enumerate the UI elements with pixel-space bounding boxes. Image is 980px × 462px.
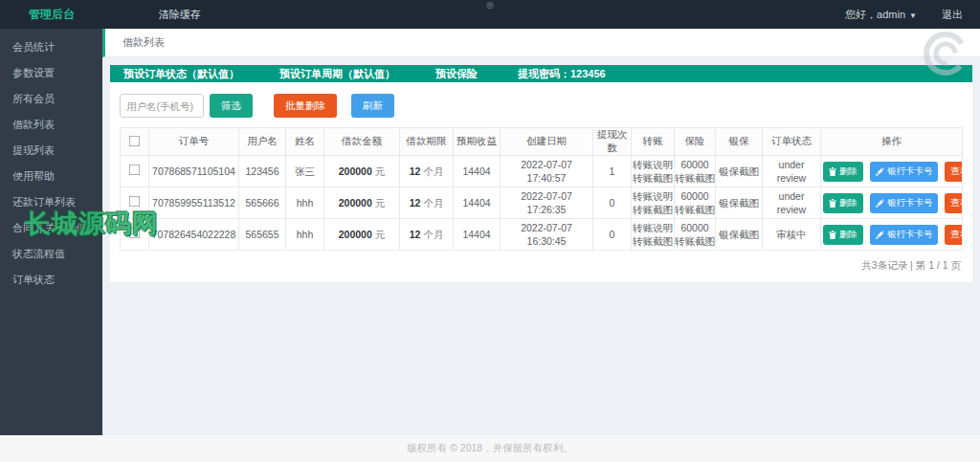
col-period: 借款期限 (400, 128, 454, 156)
admin-app: 管理后台 清除缓存 ◎ 您好，admin▼ 退出 会员统计 参数设置 所有会员 … (0, 0, 980, 462)
cell-bank-guarantee: 银保截图 (716, 187, 763, 219)
delete-button[interactable]: 删除 (823, 193, 863, 213)
cell-bank-guarantee: 银保截图 (716, 219, 763, 251)
sidebar-item-member-stats[interactable]: 会员统计 (0, 34, 102, 60)
topbar: 管理后台 清除缓存 ◎ 您好，admin▼ 退出 (0, 0, 980, 29)
cell-created-at: 2022-07-07 17:40:57 (501, 156, 593, 187)
cell-status: 审核中 (763, 219, 821, 251)
loan-table: 订单号 用户名 姓名 借款金额 借款期限 预期收益 创建日期 提现次数 转账 保… (120, 127, 963, 251)
cell-period: 12 个月 (400, 156, 454, 187)
row-checkbox[interactable] (129, 165, 141, 176)
col-amount: 借款金额 (324, 128, 400, 156)
cell-amount: 200000 元 (324, 219, 400, 251)
col-insurance: 保险 (675, 128, 716, 156)
breadcrumb: 借款列表 (122, 35, 165, 50)
table-row: 707859955113512 565666 hhh 200000 元 12 个… (121, 187, 963, 219)
select-all-checkbox[interactable] (129, 135, 141, 146)
cell-expected-profit: 14404 (454, 219, 501, 251)
preset-order-period: 预设订单周期（默认值） (279, 67, 395, 81)
sidebar-item-withdraw-list[interactable]: 提现列表 (0, 138, 102, 164)
brand-title[interactable]: 管理后台 (0, 7, 94, 23)
cell-period: 12 个月 (400, 219, 454, 251)
trash-icon (829, 167, 836, 176)
cell-operations: 删除 银行卡卡号 查看合同 资料 (821, 187, 963, 219)
footer: 版权所有 © 2018，并保留所有权利。 (0, 435, 980, 462)
preset-info-bar: 预设订单状态（默认值） 预设订单周期（默认值） 预设保险 提现密码：123456 (110, 65, 972, 82)
withdraw-password: 提现密码：123456 (518, 67, 606, 81)
cell-created-at: 2022-07-07 17:26:35 (501, 187, 593, 219)
col-name: 姓名 (286, 128, 324, 156)
cell-withdraw-count: 0 (593, 219, 632, 251)
breadcrumb-bar: 借款列表 (102, 29, 980, 57)
chevron-down-icon: ▼ (909, 11, 917, 20)
cell-transfer: 转账说明转账截图 (632, 219, 675, 251)
sidebar: 会员统计 参数设置 所有会员 借款列表 提现列表 使用帮助 还款订单列表 合同 … (0, 29, 102, 435)
bulk-delete-button[interactable]: 批量删除 (274, 94, 337, 118)
preset-order-status: 预设订单状态（默认值） (123, 67, 239, 81)
cell-name: hhh (286, 187, 324, 219)
col-status: 订单状态 (763, 128, 821, 156)
trash-icon (829, 199, 836, 208)
cell-withdraw-count: 1 (593, 156, 632, 187)
cell-insurance: 60000转账截图 (675, 187, 716, 219)
cell-status: under review (763, 156, 821, 187)
col-withdraw-count: 提现次数 (593, 128, 632, 156)
preset-insurance: 预设保险 (435, 67, 478, 81)
sidebar-item-loan-list[interactable]: 借款列表 (0, 112, 102, 138)
col-transfer: 转账 (632, 128, 675, 156)
filter-row: 筛选 批量删除 刷新 (120, 94, 963, 118)
cell-username: 565666 (239, 187, 286, 219)
sidebar-item-contract-about[interactable]: 合同 || 关于我们 (0, 215, 102, 241)
sidebar-item-help[interactable]: 使用帮助 (0, 164, 102, 189)
cell-operations: 删除 银行卡卡号 查看合同 资料 (821, 219, 963, 251)
table-row: 707826454022228 565655 hhh 200000 元 12 个… (121, 219, 963, 251)
cell-transfer: 转账说明转账截图 (632, 156, 675, 187)
cell-expected-profit: 14404 (454, 156, 501, 187)
sidebar-item-parameter-settings[interactable]: 参数设置 (0, 60, 102, 86)
table-header-row: 订单号 用户名 姓名 借款金额 借款期限 预期收益 创建日期 提现次数 转账 保… (121, 128, 963, 156)
cell-order-no: 707826454022228 (149, 219, 239, 251)
table-row: 707868571105104 123456 张三 200000 元 12 个月… (121, 156, 963, 187)
cell-created-at: 2022-07-07 16:30:45 (501, 219, 593, 251)
sidebar-item-all-members[interactable]: 所有会员 (0, 86, 102, 112)
col-order-no: 订单号 (149, 128, 239, 156)
view-contract-button[interactable]: 查看合同 (945, 193, 962, 213)
row-checkbox[interactable] (129, 228, 141, 239)
search-input[interactable] (120, 94, 204, 118)
cell-name: hhh (286, 219, 324, 251)
col-operations: 操作 (821, 128, 963, 156)
cell-order-no: 707859955113512 (149, 187, 239, 219)
delete-button[interactable]: 删除 (823, 162, 863, 182)
bank-card-button[interactable]: 银行卡卡号 (870, 193, 939, 213)
clear-cache-link[interactable]: 清除缓存 (159, 8, 201, 22)
cell-transfer: 转账说明转账截图 (632, 187, 675, 219)
bank-card-button[interactable]: 银行卡卡号 (870, 162, 939, 182)
sidebar-item-status-flow[interactable]: 状态流程值 (0, 241, 102, 267)
greeting-label: 您好，admin (845, 9, 905, 20)
pencil-icon (876, 199, 884, 208)
sidebar-item-order-status[interactable]: 订单状态 (0, 267, 102, 293)
sidebar-item-repayment-orders[interactable]: 还款订单列表 (0, 189, 102, 215)
cell-operations: 删除 银行卡卡号 查看合同 资料 (821, 156, 963, 187)
cell-order-no: 707868571105104 (149, 156, 239, 187)
cell-insurance: 60000转账截图 (675, 156, 716, 187)
logout-link[interactable]: 退出 (942, 8, 963, 22)
trash-icon (829, 231, 836, 239)
user-menu[interactable]: 您好，admin▼ (845, 8, 917, 22)
col-expected-profit: 预期收益 (454, 128, 501, 156)
col-username: 用户名 (239, 128, 286, 156)
row-checkbox[interactable] (129, 196, 141, 208)
refresh-button[interactable]: 刷新 (351, 94, 394, 118)
cell-bank-guarantee: 银保截图 (716, 156, 763, 187)
delete-button[interactable]: 删除 (823, 225, 863, 245)
cell-name: 张三 (286, 156, 324, 187)
view-contract-button[interactable]: 查看合同 (945, 225, 962, 245)
cell-withdraw-count: 0 (593, 187, 632, 219)
bank-card-button[interactable]: 银行卡卡号 (870, 225, 939, 245)
cell-status: under review (763, 187, 821, 219)
copyright-text: 版权所有 © 2018，并保留所有权利。 (407, 442, 572, 455)
decorative-ring-icon: ◎ (486, 0, 494, 10)
view-contract-button[interactable]: 查看合同 (945, 162, 962, 182)
filter-button[interactable]: 筛选 (210, 94, 253, 118)
cell-amount: 200000 元 (324, 156, 400, 187)
